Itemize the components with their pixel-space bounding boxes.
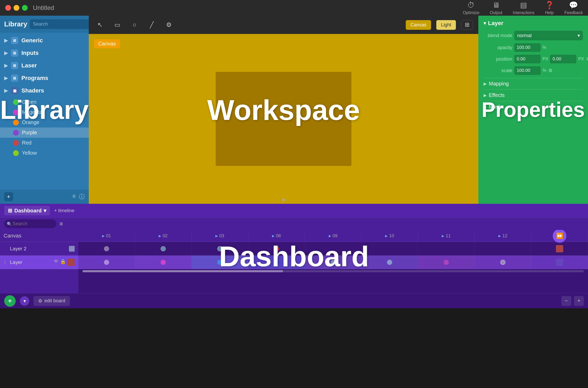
feedback-button[interactable]: 💬 Feedback bbox=[565, 1, 583, 15]
keyframe[interactable] bbox=[217, 260, 222, 265]
play-icon: ▶ bbox=[215, 234, 218, 238]
library-search-input[interactable] bbox=[30, 19, 97, 29]
list-icon[interactable]: ≡ bbox=[72, 193, 76, 201]
help-button[interactable]: ❓ Help bbox=[545, 1, 554, 15]
edit-board-button[interactable]: ⚙ edit board bbox=[33, 296, 70, 306]
select-tool-button[interactable]: ▭ bbox=[111, 19, 123, 31]
canvas-inner-area bbox=[216, 72, 351, 166]
light-button[interactable]: Light bbox=[436, 20, 456, 30]
keyframe[interactable] bbox=[104, 260, 109, 265]
add-item-button[interactable]: + bbox=[4, 192, 13, 201]
keyframe[interactable] bbox=[500, 260, 505, 265]
expand-icon: ▶ bbox=[4, 50, 8, 56]
position-x-unit: PX bbox=[543, 57, 548, 61]
category-icon: ▦ bbox=[11, 87, 18, 94]
arrow-down-button[interactable]: ▾ bbox=[20, 296, 29, 306]
row-number: 1 bbox=[4, 260, 7, 265]
list-item-purple[interactable]: Purple bbox=[0, 128, 89, 138]
keyframe[interactable] bbox=[444, 260, 449, 265]
keyframe[interactable] bbox=[161, 260, 166, 265]
stop-icon[interactable] bbox=[69, 246, 75, 252]
zoom-minus-button[interactable]: − bbox=[561, 296, 571, 306]
track-cell-11: ▶11 bbox=[418, 230, 475, 242]
circle-tool-button[interactable]: ○ bbox=[128, 19, 140, 31]
dashboard-footer: + ▾ ⚙ edit board − + bbox=[0, 293, 588, 308]
stop-btn[interactable] bbox=[556, 259, 563, 266]
library-header: Library ▾ bbox=[0, 16, 89, 33]
masks-chevron-icon: ▶ bbox=[484, 104, 487, 109]
masks-section[interactable]: ▶ Masks bbox=[484, 101, 583, 112]
list-item-orange[interactable]: Orange bbox=[0, 117, 89, 128]
list-item-magenta[interactable]: Magenta bbox=[0, 107, 89, 117]
add-timeline-button[interactable]: + timeline bbox=[54, 208, 74, 213]
interactions-icon: ▤ bbox=[520, 1, 527, 9]
category-generic[interactable]: ▶ ⊞ Generic bbox=[0, 34, 89, 47]
item-color-dot bbox=[13, 140, 19, 146]
workspace-canvas: Canvas bbox=[89, 34, 478, 204]
mapping-section[interactable]: ▶ Mapping bbox=[484, 78, 583, 89]
category-shaders[interactable]: ▶ ▦ Shaders bbox=[0, 84, 89, 97]
lock-icon[interactable]: 🔒 bbox=[60, 259, 66, 266]
category-inputs[interactable]: ▶ ⊞ Inputs bbox=[0, 47, 89, 59]
scale-input[interactable] bbox=[514, 66, 540, 75]
settings-tool-button[interactable]: ⚙ bbox=[163, 19, 175, 31]
track-row-layer1 bbox=[78, 256, 588, 269]
category-laser[interactable]: ▶ ⊞ Laser bbox=[0, 59, 89, 72]
pen-tool-button[interactable]: ╱ bbox=[146, 19, 158, 31]
track-cell bbox=[135, 256, 192, 269]
fast-fwd-cell: ⏩ bbox=[531, 230, 588, 242]
list-item-green[interactable]: Green bbox=[0, 97, 89, 107]
play-icon: ▶ bbox=[102, 234, 104, 238]
dashboard-search-input[interactable] bbox=[4, 219, 56, 228]
category-programs[interactable]: ▶ ⊞ Programs bbox=[0, 72, 89, 84]
list-item-yellow[interactable]: Yellow bbox=[0, 148, 89, 158]
position-x-input[interactable] bbox=[514, 55, 540, 63]
close-button[interactable] bbox=[5, 5, 11, 11]
toolbar-right: ⏱ Optimize 🖥 Output ▤ Interactions ❓ Hel… bbox=[463, 0, 583, 16]
stop-recording-icon[interactable] bbox=[67, 259, 75, 266]
keyframe[interactable] bbox=[331, 260, 336, 265]
canvas-button[interactable]: Canvas bbox=[406, 20, 431, 30]
interactions-button[interactable]: ▤ Interactions bbox=[513, 1, 534, 15]
fast-forward-button[interactable]: ⏩ bbox=[553, 230, 566, 243]
position-y-input[interactable] bbox=[550, 55, 576, 63]
minimize-button[interactable] bbox=[14, 5, 19, 11]
track-cell bbox=[361, 256, 418, 269]
keyframe[interactable] bbox=[104, 246, 109, 251]
keyframe[interactable] bbox=[274, 246, 279, 251]
dashboard-chevron-icon: ▾ bbox=[44, 207, 46, 214]
keyframe[interactable] bbox=[217, 246, 222, 251]
info-icon[interactable]: ⓘ bbox=[79, 193, 85, 201]
list-item-red[interactable]: Red bbox=[0, 138, 89, 148]
stop-btn[interactable] bbox=[556, 245, 563, 252]
layer-2-row[interactable]: Layer 2 bbox=[0, 242, 78, 256]
dashboard-title[interactable]: ⊞ Dashboard ▾ bbox=[4, 206, 50, 215]
layer-1-row[interactable]: 1 Layer 👁 🔒 bbox=[0, 256, 78, 269]
output-button[interactable]: 🖥 Output bbox=[490, 1, 502, 15]
cursor-tool-button[interactable]: ↖ bbox=[94, 19, 106, 31]
position-gear-icon[interactable]: ⚙ bbox=[586, 56, 588, 62]
maximize-button[interactable] bbox=[22, 5, 28, 11]
optimize-button[interactable]: ⏱ Optimize bbox=[463, 1, 479, 15]
track-cell-10: ▶10 bbox=[361, 230, 418, 242]
opacity-unit: % bbox=[543, 45, 546, 50]
grid-button[interactable]: ⊞ bbox=[461, 20, 473, 30]
effects-section[interactable]: ▶ Effects bbox=[484, 89, 583, 101]
item-color-dot bbox=[13, 130, 19, 136]
opacity-input[interactable] bbox=[514, 43, 540, 52]
blend-mode-row: blend mode normal ▾ bbox=[484, 31, 583, 40]
keyframe[interactable] bbox=[387, 260, 392, 265]
menu-icon[interactable]: ≡ bbox=[60, 221, 63, 227]
keyframe[interactable] bbox=[161, 246, 166, 251]
keyframe[interactable] bbox=[274, 260, 279, 265]
section-chevron-icon[interactable]: ▾ bbox=[484, 20, 486, 26]
add-layer-button[interactable]: + bbox=[4, 295, 16, 307]
zoom-plus-button[interactable]: + bbox=[574, 296, 584, 306]
search-wrapper: 🔍 bbox=[4, 219, 56, 228]
eye-icon[interactable]: 👁 bbox=[54, 259, 58, 266]
scale-gear-icon[interactable]: ⚙ bbox=[548, 68, 552, 73]
traffic-lights bbox=[5, 5, 28, 11]
play-icon: ▶ bbox=[159, 234, 161, 238]
horizontal-scrollbar[interactable] bbox=[83, 270, 584, 272]
blend-mode-select[interactable]: normal ▾ bbox=[514, 31, 583, 40]
